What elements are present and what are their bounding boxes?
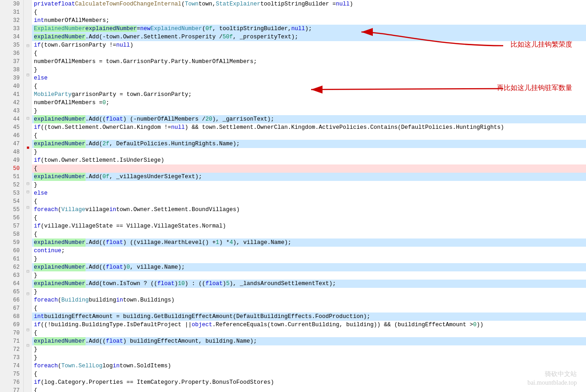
gutter-44 bbox=[24, 101, 32, 107]
gutter-36[interactable]: ⊟ bbox=[24, 42, 32, 50]
code-text: ) bbox=[223, 280, 226, 288]
gutter-65 bbox=[24, 254, 32, 261]
code-text: ) bbox=[130, 41, 134, 49]
code-text: if bbox=[34, 378, 41, 387]
gutter-61 bbox=[24, 226, 32, 233]
code-text: 10 bbox=[178, 280, 185, 288]
ln-33: 33 bbox=[4, 25, 20, 33]
code-text: garrisonParty = town.GarrisonParty; bbox=[72, 90, 192, 99]
ln-58: 58 bbox=[4, 230, 20, 238]
gutter-72 bbox=[24, 305, 32, 312]
code-text: explainedNumber bbox=[34, 140, 86, 148]
code-text: numberOfAllMembers = bbox=[34, 99, 102, 107]
code-text: if bbox=[34, 123, 41, 132]
watermark: 骑砍中文站 bai.mountblade.top bbox=[527, 370, 577, 387]
code-text: { bbox=[34, 329, 38, 337]
code-text: ), _landsAroundSettlementText); bbox=[230, 280, 336, 288]
gutter: ⊟ ⊟ ⊟ ■ ⊟ ⊟ ⊟ ⊟ ⊟ bbox=[24, 0, 32, 392]
code-text: explainedNumber bbox=[34, 33, 86, 41]
code-line-38: } bbox=[32, 66, 586, 74]
ln-40: 40 bbox=[4, 82, 20, 90]
code-text: float bbox=[58, 0, 75, 8]
code-text: { bbox=[34, 132, 38, 140]
code-text: float bbox=[106, 115, 124, 123]
gutter-68 bbox=[24, 276, 32, 283]
code-line-34: explainedNumber.Add(-town.Owner.Settleme… bbox=[32, 33, 586, 41]
code-text: town.SoldItems) bbox=[120, 362, 172, 370]
ln-52: 52 bbox=[4, 181, 20, 189]
ln-59: 59 bbox=[4, 238, 20, 247]
gutter-78 bbox=[24, 350, 32, 357]
code-line-50: { bbox=[32, 164, 586, 173]
gutter-40[interactable]: ⊟ bbox=[24, 71, 32, 79]
code-text: { bbox=[34, 387, 38, 392]
ln-74: 74 bbox=[4, 362, 20, 370]
gutter-58[interactable]: ⊟ bbox=[24, 204, 32, 212]
gutter-56[interactable]: ⊟ bbox=[24, 188, 32, 196]
code-line-46: { bbox=[32, 132, 586, 140]
code-text: private bbox=[34, 0, 58, 8]
gutter-76 bbox=[24, 334, 32, 341]
gutter-55[interactable]: ⊟ bbox=[24, 180, 32, 188]
code-text: ( bbox=[202, 25, 206, 33]
code-text: = bbox=[137, 25, 140, 33]
code-line-66: foreach (Building building in town.Build… bbox=[32, 296, 586, 304]
code-line-73: } bbox=[32, 354, 586, 362]
code-text: foreach bbox=[34, 296, 58, 304]
code-text: , _prosperityText); bbox=[233, 33, 298, 41]
gutter-51 bbox=[24, 152, 32, 159]
ln-71: 71 bbox=[4, 337, 20, 345]
code-text: town.Owner.Settlement.BoundVillages) bbox=[116, 206, 240, 214]
gutter-50[interactable]: ■ bbox=[24, 144, 32, 152]
code-text: ( bbox=[58, 206, 62, 214]
code-text: MobileParty bbox=[34, 90, 72, 99]
gutter-75[interactable]: ⊟ bbox=[24, 326, 32, 334]
ln-31: 31 bbox=[4, 8, 20, 16]
code-text: 2f bbox=[102, 140, 109, 148]
gutter-35 bbox=[24, 35, 32, 42]
code-text: ); bbox=[305, 25, 312, 33]
ln-46: 46 bbox=[4, 132, 20, 140]
code-text: Village bbox=[61, 206, 86, 214]
ln-51: 51 bbox=[4, 173, 20, 181]
ln-45: 45 bbox=[4, 123, 20, 132]
code-text: 20 bbox=[205, 115, 212, 123]
gutter-70[interactable]: ⊟ bbox=[24, 290, 32, 298]
code-text: ( bbox=[58, 296, 62, 304]
ln-39: 39 bbox=[4, 74, 20, 82]
code-text: 0f bbox=[205, 25, 212, 33]
gutter-38 bbox=[24, 57, 32, 64]
code-line-70: { bbox=[32, 329, 586, 337]
code-text: { bbox=[34, 82, 38, 90]
code-text: } bbox=[34, 107, 38, 115]
code-text: float bbox=[106, 337, 124, 345]
code-text: new bbox=[140, 25, 151, 33]
code-text: else bbox=[34, 74, 48, 82]
code-text: ; bbox=[61, 247, 65, 255]
code-text: ((town.Settlement.OwnerClan.Kingdom != bbox=[41, 123, 171, 132]
code-line-35: if (town.GarrisonParty != null) bbox=[32, 41, 586, 49]
code-line-77: { bbox=[32, 387, 586, 392]
code-text: } bbox=[34, 255, 38, 263]
gutter-60 bbox=[24, 219, 32, 226]
ln-43: 43 bbox=[4, 107, 20, 115]
code-text: } bbox=[34, 354, 38, 362]
gutter-63 bbox=[24, 240, 32, 247]
gutter-67[interactable]: ⊟ bbox=[24, 268, 32, 276]
gutter-77[interactable]: ⊟ bbox=[24, 342, 32, 350]
gutter-33 bbox=[24, 21, 32, 28]
ln-56: 56 bbox=[4, 214, 20, 222]
code-lines: private float CalculateTownFoodChangeInt… bbox=[32, 0, 586, 392]
gutter-73 bbox=[24, 313, 32, 319]
gutter-48 bbox=[24, 130, 32, 137]
ln-63: 63 bbox=[4, 271, 20, 280]
gutter-69 bbox=[24, 283, 32, 290]
gutter-59 bbox=[24, 212, 32, 219]
gutter-42 bbox=[24, 86, 32, 93]
code-text: 0 bbox=[102, 99, 106, 107]
ln-69: 69 bbox=[4, 321, 20, 329]
code-line-63: } bbox=[32, 271, 586, 280]
gutter-47 bbox=[24, 123, 32, 130]
ln-30: 30 bbox=[4, 0, 20, 8]
gutter-46[interactable]: ⊟ bbox=[24, 115, 32, 123]
